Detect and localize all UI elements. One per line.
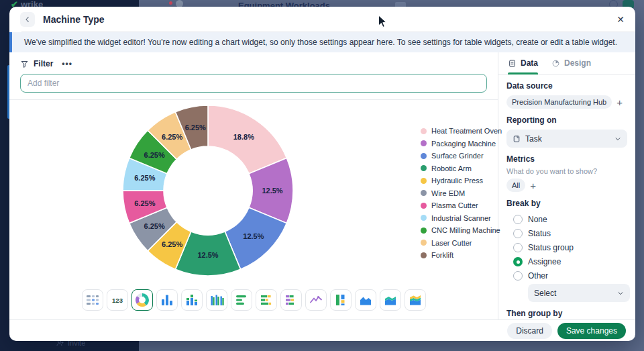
radio-label: Assignee	[528, 257, 561, 266]
close-button[interactable]: ✕	[616, 15, 625, 24]
legend-item[interactable]: Wire EDM	[421, 189, 502, 197]
widget-editor-modal: Machine Type ✕ We've simplified the widg…	[9, 7, 635, 341]
chevron-down-icon	[617, 290, 624, 297]
settings-panel: Data Design Data source Precision Manufa…	[498, 52, 635, 319]
metrics-all-pill[interactable]: All	[506, 179, 525, 192]
grouped-bar-chart-icon	[283, 292, 299, 308]
break-by-radio-status-group[interactable]: Status group	[513, 241, 627, 254]
legend-label: Heat Treatment Oven	[431, 127, 502, 135]
legend-color-dot	[421, 228, 427, 234]
legend-label: Robotic Arm	[431, 164, 472, 172]
number-chart-icon: 123	[109, 292, 125, 308]
stacked-area-chart-icon	[382, 292, 398, 308]
legend-item[interactable]: Industrial Scanner	[421, 214, 502, 222]
data-source-pill[interactable]: Precision Manufacturing Hub	[506, 95, 612, 109]
data-icon	[508, 59, 517, 68]
radio-unchecked-icon	[513, 215, 523, 224]
legend-item[interactable]: Plasma Cutter	[421, 201, 502, 209]
radio-label: Status	[528, 229, 551, 238]
legend-item[interactable]: CNC Milling Machine	[421, 226, 502, 234]
chart-type-stacked-area-multi-button[interactable]	[405, 289, 426, 311]
legend-color-dot	[421, 178, 427, 184]
legend-item[interactable]: Robotic Arm	[421, 164, 502, 172]
radio-unchecked-icon	[513, 229, 523, 238]
modal-title: Machine Type	[43, 14, 105, 25]
slice-percent-label: 12.5%	[243, 232, 264, 240]
break-by-radio-status[interactable]: Status	[513, 227, 627, 240]
chart-preview-pane: Filter ••• 18.8%12.5%12.5%12.5%6.25%6.25…	[9, 52, 498, 319]
bar-chart-icon	[233, 292, 250, 308]
chart-type-stacked-column-multi-button[interactable]	[330, 289, 352, 311]
break-by-label: Break by	[506, 199, 627, 208]
filter-funnel-icon	[20, 60, 29, 68]
legend-color-dot	[421, 190, 427, 196]
info-banner-text: We've simplified the widget editor! You'…	[24, 38, 617, 47]
legend-label: Laser Cutter	[431, 239, 472, 247]
stacked-area-multi-chart-icon	[407, 292, 423, 308]
chart-type-line-button[interactable]	[305, 289, 327, 311]
save-changes-button[interactable]: Save changes	[557, 323, 626, 339]
add-metric-button[interactable]: +	[529, 181, 537, 191]
area-chart-icon	[358, 292, 374, 308]
break-by-options: NoneStatusStatus groupAssigneeOther	[506, 213, 627, 283]
legend-item[interactable]: Packaging Machine	[421, 140, 502, 148]
slice-percent-label: 6.25%	[162, 240, 182, 248]
chart-type-donut-button[interactable]	[131, 289, 153, 311]
data-source-label: Data source	[506, 81, 627, 91]
chart-type-area-button[interactable]	[355, 289, 376, 311]
tab-design[interactable]: Design	[551, 52, 591, 74]
break-by-radio-other[interactable]: Other	[513, 269, 627, 283]
chart-legend: Heat Treatment OvenPackaging MachineSurf…	[421, 127, 502, 259]
back-button[interactable]	[20, 12, 35, 27]
chart-type-stacked-column-button[interactable]	[181, 289, 203, 311]
legend-label: Plasma Cutter	[431, 201, 478, 209]
slice-percent-label: 6.25%	[185, 123, 206, 132]
legend-color-dot	[421, 128, 427, 134]
legend-label: Packaging Machine	[431, 140, 496, 148]
add-filter-input[interactable]	[20, 74, 487, 93]
add-data-source-button[interactable]: +	[615, 97, 624, 107]
tab-data[interactable]: Data	[508, 52, 538, 74]
modal-header: Machine Type ✕	[9, 7, 635, 32]
legend-item[interactable]: Forklift	[421, 251, 502, 259]
legend-label: Surface Grinder	[431, 152, 484, 160]
design-icon	[551, 59, 560, 68]
legend-color-dot	[421, 165, 427, 171]
slice-percent-label: 12.5%	[197, 251, 218, 259]
settings-tabs: Data Design	[498, 52, 635, 74]
discard-button[interactable]: Discard	[507, 323, 552, 339]
radio-unchecked-icon	[513, 243, 523, 252]
chart-type-table-button[interactable]	[82, 289, 103, 311]
chart-type-grouped-bar-button[interactable]	[280, 289, 302, 311]
legend-color-dot	[421, 203, 427, 209]
modal-footer: Discard Save changes	[9, 319, 635, 341]
slice-percent-label: 12.5%	[262, 187, 282, 195]
legend-item[interactable]: Surface Grinder	[421, 152, 502, 160]
legend-item[interactable]: Heat Treatment Oven	[421, 127, 502, 135]
other-field-select[interactable]: Select	[528, 284, 630, 302]
legend-color-dot	[421, 240, 427, 246]
stacked-column-multi-chart-icon	[333, 292, 349, 308]
slice-percent-label: 6.25%	[144, 222, 165, 230]
stacked-column-chart-icon	[184, 292, 200, 308]
break-by-radio-none[interactable]: None	[513, 213, 627, 226]
filter-menu-button[interactable]: •••	[62, 59, 72, 68]
legend-label: Wire EDM	[431, 189, 465, 197]
break-by-radio-assignee[interactable]: Assignee	[513, 255, 627, 268]
chart-type-stacked-bar-button[interactable]	[256, 289, 277, 311]
chart-type-stacked-area-button[interactable]	[380, 289, 401, 311]
chevron-down-icon	[614, 136, 621, 142]
radio-checked-icon	[513, 257, 523, 266]
chart-type-number-button[interactable]: 123	[107, 289, 128, 311]
line-chart-icon	[308, 292, 324, 308]
chart-type-grouped-column-button[interactable]	[206, 289, 227, 311]
notification-dot	[169, 1, 172, 5]
legend-item[interactable]: Hydraulic Press	[421, 177, 502, 185]
slice-percent-label: 18.8%	[233, 133, 254, 141]
radio-label: Status group	[528, 243, 574, 252]
chart-type-bar-button[interactable]	[231, 289, 252, 311]
reporting-on-select[interactable]: Task	[506, 130, 627, 148]
legend-item[interactable]: Laser Cutter	[421, 239, 502, 247]
chart-type-column-button[interactable]	[156, 289, 178, 311]
donut-chart-svg: 18.8%12.5%12.5%12.5%6.25%6.25%6.25%6.25%…	[119, 101, 297, 280]
